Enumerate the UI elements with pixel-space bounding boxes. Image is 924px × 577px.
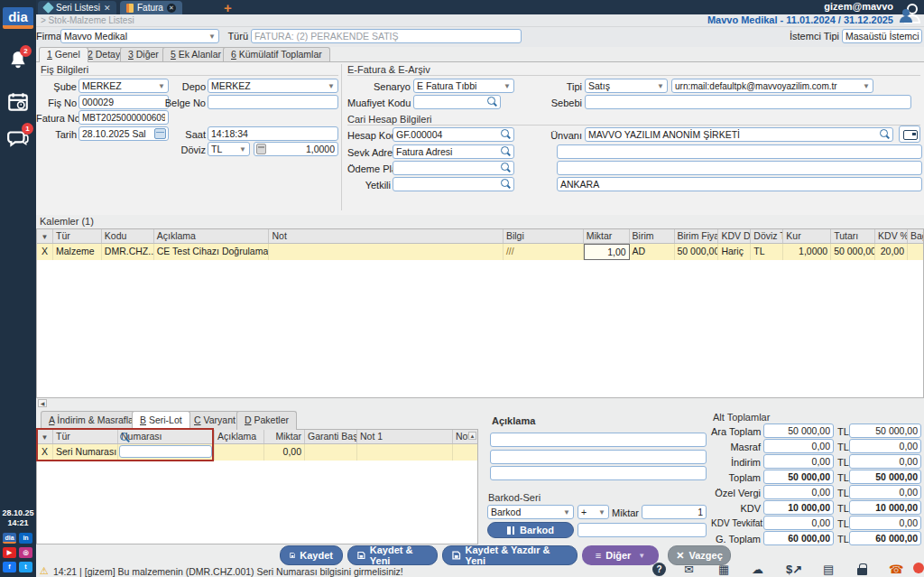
kaydet-yeni-button[interactable]: Kaydet & Yeni [347, 545, 438, 565]
turu-input[interactable] [251, 29, 522, 43]
tab-ek-alanlar[interactable]: 5 Ek Alanlar [162, 47, 229, 61]
date-picker-icon[interactable] [154, 128, 166, 139]
seri-numarasi-cell[interactable] [118, 444, 215, 461]
tab-seri-listesi[interactable]: Seri Listesi ✕ [38, 1, 116, 14]
aciklama-line2-input[interactable] [490, 450, 707, 464]
odeme-plani-detail-input[interactable] [557, 161, 922, 175]
search-icon[interactable] [501, 179, 512, 190]
close-tab-icon[interactable]: ✕ [104, 4, 111, 13]
seri-table: ▼ Tür Numarası Açıklama Miktar Garanti B… [37, 430, 477, 461]
aciklama-line1-input[interactable] [490, 433, 707, 447]
firma-label: Firma [36, 31, 58, 42]
dia-logo[interactable]: dia [3, 7, 33, 29]
masraf-value-tl [849, 439, 921, 453]
unvan-input[interactable] [585, 127, 893, 142]
mail-icon[interactable]: ✉ [684, 563, 694, 576]
g-toplam-value-tl [849, 531, 921, 545]
search-icon[interactable] [880, 129, 891, 140]
sube-select[interactable]: MERKEZ▼ [79, 79, 169, 93]
saat-input[interactable] [208, 126, 338, 141]
g-toplam-value [763, 531, 834, 545]
tab-kumulatif-toplamlar[interactable]: 6 Kümülatif Toplamlar [223, 47, 330, 61]
senaryo-select[interactable]: E Fatura Tıbbi▼ [413, 79, 514, 93]
aciklama-title: Açıklama [492, 415, 535, 426]
hesap-kodu-input[interactable] [393, 127, 514, 142]
fisno-input[interactable] [79, 95, 169, 109]
user-avatar-icon[interactable] [897, 1, 922, 28]
kaydet-button[interactable]: Kaydet [280, 545, 343, 565]
cloud-sync-icon[interactable]: ☁ [752, 563, 763, 576]
kalemler-row[interactable]: X Malzeme DMR.CHZ.... CE Test Cihazı Doğ… [37, 244, 923, 260]
company-row: Firma Mavvo Medikal▼ Türü İstemci Tipi M… [36, 27, 924, 47]
sebebi-input[interactable] [585, 95, 911, 109]
warning-icon: ⚠ [40, 565, 49, 577]
search-icon[interactable] [487, 97, 498, 107]
barkod-sign-select[interactable]: +▼ [578, 505, 609, 519]
filter-dropdown-icon[interactable]: ▼ [37, 430, 53, 443]
kur-input[interactable] [254, 142, 338, 156]
barkod-button[interactable]: Barkod [487, 522, 574, 538]
lock-icon[interactable] [857, 563, 867, 575]
kaydet-yazdir-yeni-button[interactable]: Kaydet & Yazdır & Yeni [442, 545, 578, 565]
doviz-select[interactable]: TL▼ [208, 142, 250, 156]
barkod-type-select[interactable]: Barkod▼ [487, 505, 574, 519]
firma-select[interactable]: Mavvo Medikal▼ [60, 29, 219, 43]
faturano-label: Fatura No [36, 113, 77, 124]
kdv-tevkifat-value [763, 516, 834, 530]
miktar-cell[interactable]: 1,00 [584, 244, 630, 260]
istemci-tipi-select[interactable]: Masaüstü İstemci▼ [842, 29, 922, 43]
general-form: Fiş Bilgileri Şube MERKEZ▼ Depo MERKEZ▼ … [36, 61, 924, 215]
posta-kutusu-select[interactable]: urn:mail:defaultpk@mavvoyazilim.com.tr▼ [671, 79, 873, 93]
new-tab-button[interactable]: + [224, 0, 232, 15]
close-tab-icon[interactable]: ✕ [167, 4, 176, 13]
tab-diger[interactable]: 3 Diğer [120, 47, 167, 61]
tab-paketler[interactable]: D Paketler [236, 411, 297, 430]
search-icon[interactable] [501, 129, 512, 140]
twitter-icon[interactable]: t [19, 562, 32, 572]
sevk-adresi-input[interactable] [393, 144, 514, 159]
phone-icon[interactable]: ☎ [889, 563, 903, 576]
linkedin-icon[interactable]: in [19, 533, 32, 544]
filter-dropdown-icon[interactable]: ▼ [37, 229, 53, 243]
dia-social-icon[interactable]: dia [3, 533, 16, 544]
tab-genel[interactable]: 1 Genel [39, 47, 88, 62]
hscroll-left-arrow[interactable]: ◀ [38, 399, 47, 407]
barkod-miktar-input[interactable] [642, 505, 707, 519]
youtube-icon[interactable]: ▶ [3, 547, 16, 558]
company-period[interactable]: Mavvo Medikal - 11.01.2024 / 31.12.2025 [707, 14, 893, 25]
search-icon[interactable] [501, 146, 512, 157]
calculator-icon[interactable] [256, 144, 266, 154]
keyboard-chat-icon[interactable]: ▤ [823, 563, 834, 576]
instagram-icon[interactable]: ◎ [19, 547, 32, 558]
tab-seri-lot[interactable]: B Seri-Lot [132, 411, 190, 430]
faturano-input[interactable] [79, 110, 169, 125]
calendar-icon[interactable] [6, 90, 30, 114]
calculator-grid-icon[interactable]: ▦ [718, 563, 729, 576]
currency-icon[interactable]: $↗ [786, 563, 802, 576]
row-selector[interactable]: X [37, 444, 53, 461]
vscroll-up-arrow[interactable]: ▲ [468, 432, 476, 440]
belgeno-input[interactable] [208, 95, 338, 109]
fisno-label: Fiş No [36, 98, 77, 108]
help-icon[interactable]: ? [652, 563, 666, 576]
barkod-input[interactable] [578, 523, 707, 537]
yetkili-input[interactable] [393, 177, 514, 191]
seri-numarasi-input[interactable] [119, 445, 212, 458]
aciklama-line3-input[interactable] [490, 466, 707, 480]
depo-select[interactable]: MERKEZ▼ [208, 79, 338, 93]
tab-varyant[interactable]: C Varyant [186, 411, 244, 430]
tipi-select[interactable]: Satış▼ [585, 79, 668, 93]
search-icon[interactable] [501, 163, 512, 173]
unvan-label: Ünvanı [541, 130, 582, 141]
row-selector[interactable]: X [37, 244, 53, 260]
logged-in-user[interactable]: gizem@mavvo [824, 1, 893, 12]
diger-button[interactable]: ≡ Diğer ▼ [582, 545, 659, 565]
sehir-input[interactable] [557, 177, 922, 191]
facebook-icon[interactable]: f [3, 562, 16, 572]
cari-card-button[interactable] [899, 126, 920, 143]
odeme-plani-input[interactable] [393, 161, 514, 175]
sevk-adresi-detail-input[interactable] [557, 144, 922, 159]
tab-fatura[interactable]: Fatura ✕ [120, 1, 182, 14]
seri-row[interactable]: X Seri Numarası 0,00 [37, 444, 477, 461]
tab-indirim-masraflar[interactable]: A İndirim & Masraflar [41, 411, 144, 430]
